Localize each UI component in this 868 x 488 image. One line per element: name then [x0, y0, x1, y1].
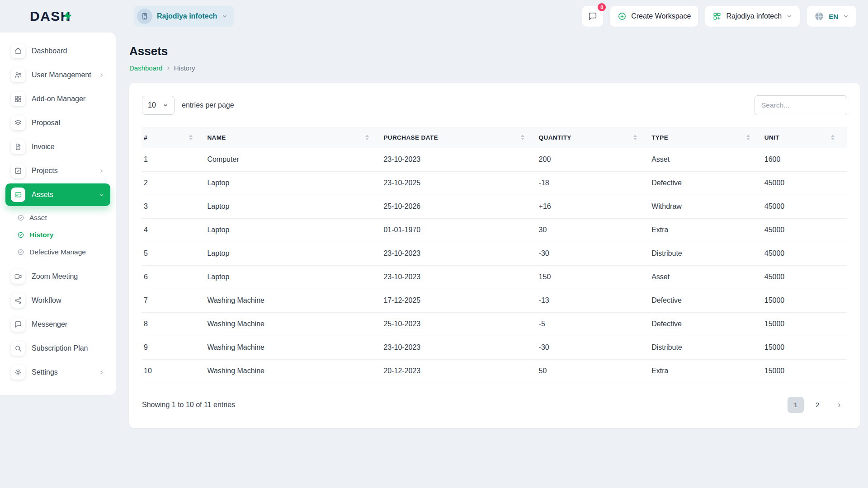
chevron-down-icon [786, 13, 793, 19]
cell-name: Laptop [205, 195, 382, 218]
sidebar-item-label: Proposal [32, 119, 60, 127]
table-header-row: #NAMEPURCHASE DATEQUANTITYTYPEUNIT [142, 127, 847, 148]
chevron-right-icon [98, 72, 105, 79]
main-content: Assets Dashboard › History 10 entries pe… [116, 33, 868, 488]
cell-name: Computer [205, 148, 382, 171]
cell-index: 10 [142, 359, 205, 383]
workspace-add-icon [712, 12, 722, 21]
entries-summary: Showing 1 to 10 of 11 entries [142, 401, 235, 409]
share-nodes-icon [11, 293, 25, 308]
topbar: DASH Rajodiya infotech 0 Create Workspac… [0, 0, 868, 33]
workspace-avatar-icon [137, 9, 152, 24]
cell-purchase-date: 23-10-2023 [382, 148, 537, 171]
sidebar-item-dashboard[interactable]: Dashboard [5, 40, 110, 62]
create-workspace-label: Create Workspace [631, 12, 691, 20]
cell-quantity: +16 [537, 195, 650, 218]
sidebar-subitem-history[interactable]: History [5, 226, 110, 244]
cell-index: 2 [142, 171, 205, 195]
sort-icon [189, 135, 193, 140]
plus-circle-icon [618, 12, 627, 21]
column-header-name[interactable]: NAME [205, 127, 382, 148]
page-button-1[interactable]: 1 [788, 397, 804, 413]
circle-check-icon [17, 231, 24, 239]
cell-purchase-date: 23-10-2023 [382, 336, 537, 359]
sidebar-item-projects[interactable]: Projects [5, 160, 110, 182]
chat-bubble-icon [11, 317, 25, 332]
cell-type: Withdraw [650, 195, 763, 218]
credit-card-icon [11, 188, 25, 202]
table-row: 7Washing Machine17-12-2025-13Defective15… [142, 289, 847, 312]
magnifier-icon [11, 341, 25, 356]
table-row: 9Washing Machine23-10-2023-30Distribute1… [142, 336, 847, 359]
sort-icon [831, 135, 835, 140]
sidebar-subitem-asset[interactable]: Asset [5, 209, 110, 226]
chevron-down-icon [162, 102, 169, 108]
cell-name: Laptop [205, 171, 382, 195]
workspace-switcher[interactable]: Rajodiya infotech [134, 6, 234, 27]
sidebar-item-invoice[interactable]: Invoice [5, 136, 110, 158]
users-icon [11, 68, 25, 82]
sort-icon [633, 135, 637, 140]
cell-type: Asset [650, 148, 763, 171]
entries-per-page-select[interactable]: 10 [142, 96, 175, 115]
column-header-unit[interactable]: UNIT [763, 127, 847, 148]
page-button-2[interactable]: 2 [809, 397, 826, 413]
assets-history-table: #NAMEPURCHASE DATEQUANTITYTYPEUNIT 1Comp… [142, 127, 847, 383]
sidebar-item-workflow[interactable]: Workflow [5, 289, 110, 312]
sidebar-item-zoom-meeting[interactable]: Zoom Meeting [5, 265, 110, 288]
cell-quantity: -18 [537, 171, 650, 195]
cell-unit: 45000 [763, 195, 847, 218]
cell-type: Extra [650, 359, 763, 383]
cell-unit: 45000 [763, 265, 847, 289]
create-workspace-button[interactable]: Create Workspace [610, 6, 698, 27]
workspace-dropdown[interactable]: Rajodiya infotech [705, 6, 800, 27]
sidebar-item-settings[interactable]: Settings [5, 361, 110, 384]
cell-name: Laptop [205, 218, 382, 242]
table-row: 10Washing Machine20-12-202350Extra15000 [142, 359, 847, 383]
sidebar-item-assets[interactable]: Assets [5, 183, 110, 206]
cell-purchase-date: 25-10-2026 [382, 195, 537, 218]
column-header-index[interactable]: # [142, 127, 205, 148]
cell-quantity: -30 [537, 336, 650, 359]
table-row: 4Laptop01-01-197030Extra45000 [142, 218, 847, 242]
brand-logo[interactable]: DASH [0, 9, 116, 24]
cell-unit: 45000 [763, 218, 847, 242]
messages-button[interactable]: 0 [582, 6, 603, 27]
sidebar-item-add-on-manager[interactable]: Add-on Manager [5, 88, 110, 110]
cell-type: Asset [650, 265, 763, 289]
table-body: 1Computer23-10-2023200Asset16002Laptop23… [142, 148, 847, 383]
column-header-purchase-date[interactable]: PURCHASE DATE [382, 127, 537, 148]
cell-index: 7 [142, 289, 205, 312]
entries-per-page-label: entries per page [182, 101, 234, 109]
cell-unit: 15000 [763, 312, 847, 336]
language-selector[interactable]: EN [807, 6, 856, 27]
cell-purchase-date: 23-10-2025 [382, 171, 537, 195]
cell-name: Laptop [205, 265, 382, 289]
cell-purchase-date: 01-01-1970 [382, 218, 537, 242]
sidebar-item-proposal[interactable]: Proposal [5, 112, 110, 134]
chevron-right-icon [98, 168, 105, 174]
column-header-quantity[interactable]: QUANTITY [537, 127, 650, 148]
table-controls: 10 entries per page [142, 95, 847, 115]
home-icon [11, 44, 25, 58]
circle-check-icon [17, 214, 24, 221]
cell-quantity: 30 [537, 218, 650, 242]
globe-icon [814, 11, 824, 21]
grid-icon [11, 92, 25, 106]
sidebar-item-subscription-plan[interactable]: Subscription Plan [5, 337, 110, 360]
pagination: 12› [788, 397, 847, 413]
table-row: 2Laptop23-10-2025-18Defective45000 [142, 171, 847, 195]
sidebar-subitem-defective-manage[interactable]: Defective Manage [5, 244, 110, 261]
column-header-type[interactable]: TYPE [650, 127, 763, 148]
check-square-icon [11, 164, 25, 178]
sidebar-item-label: Subscription Plan [32, 344, 88, 352]
next-page-button[interactable]: › [831, 397, 847, 413]
search-input[interactable] [755, 95, 847, 115]
sidebar-item-messenger[interactable]: Messenger [5, 313, 110, 336]
workspace-dropdown-label: Rajodiya infotech [726, 12, 782, 20]
cell-index: 6 [142, 265, 205, 289]
notification-badge: 0 [598, 3, 606, 11]
chat-bubble-icon [588, 11, 598, 21]
sidebar-item-user-management[interactable]: User Management [5, 64, 110, 86]
breadcrumb-dashboard-link[interactable]: Dashboard [129, 64, 162, 72]
